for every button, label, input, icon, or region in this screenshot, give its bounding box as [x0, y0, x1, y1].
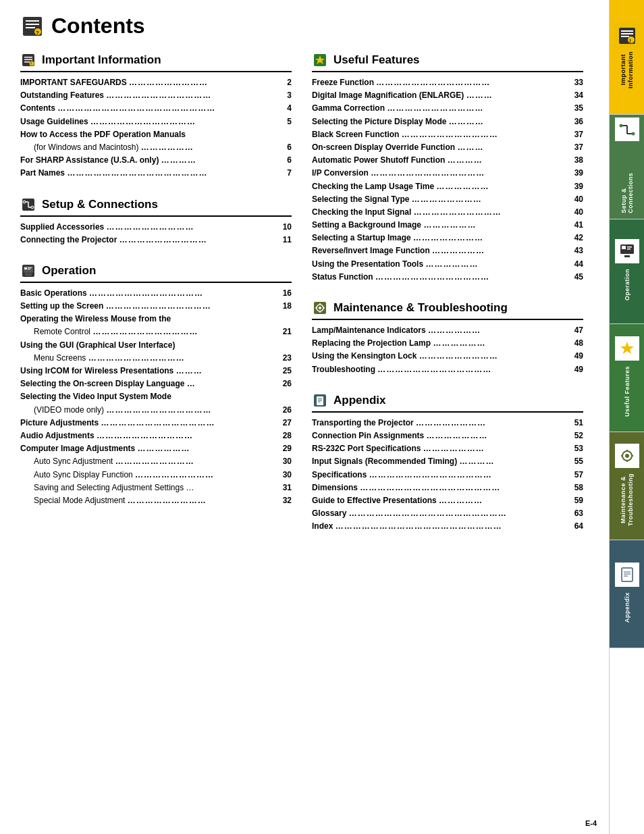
- toc-entry: Audio Adjustments …………………………… 28: [20, 429, 292, 442]
- toc-entry: Selecting the On-screen Display Language…: [20, 377, 292, 390]
- sidebar-tab-maintenance-icon: [615, 444, 639, 468]
- sidebar-tab-maintenance-label: Maintenance &Troubleshooting: [620, 473, 635, 526]
- toc-entry: Gamma Correction …………………………… 35: [312, 102, 583, 115]
- page-title: Contents: [51, 14, 145, 38]
- svg-rect-41: [621, 36, 629, 37]
- toc-entry: Basic Operations ………………………………… 16: [20, 287, 292, 300]
- section-title-maintenance: Maintenance & Troubleshooting: [333, 301, 508, 315]
- sidebar-tab-setup[interactable]: Setup & Connections: [610, 115, 644, 219]
- toc-entry: Freeze Function ………………………………… 33: [312, 76, 583, 89]
- section-header-setup: Setup & Connections: [20, 197, 292, 217]
- toc-entry: Auto Sync Display Function ……………………… 30: [20, 469, 292, 481]
- toc-entry: IMPORTANT SAFEGUARDS ……………………… 2: [20, 76, 292, 89]
- page-number: E-4: [585, 819, 597, 827]
- sidebar-tab-useful-label: Useful Features: [624, 366, 630, 417]
- toc-entry: (for Windows and Macintosh) ……………… 6: [20, 141, 292, 154]
- section-header-useful: Useful Features: [312, 52, 583, 72]
- section-important-info: ! Important Information IMPORTANT SAFEGU…: [20, 52, 292, 180]
- section-header-operation: Operation: [20, 263, 292, 283]
- important-info-icon: !: [20, 52, 36, 68]
- maintenance-icon: [312, 300, 328, 316]
- toc-entry: Selecting a Startup Image …………………… 42: [312, 232, 583, 244]
- toc-entry: Saving and Selecting Adjustment Settings…: [20, 481, 292, 494]
- two-column-layout: ! Important Information IMPORTANT SAFEGU…: [20, 52, 583, 549]
- toc-entry: Connection Pin Assignments ………………… 52: [312, 429, 583, 442]
- right-column: Useful Features Freeze Function ………………………: [312, 52, 583, 549]
- sidebar-tab-important-label: ImportantInformation: [620, 51, 635, 88]
- svg-rect-2: [26, 24, 39, 25]
- svg-rect-52: [627, 246, 632, 248]
- svg-point-42: [628, 36, 635, 43]
- toc-entry: Selecting the Picture Display Mode ………… …: [312, 115, 583, 128]
- svg-rect-22: [28, 267, 32, 268]
- toc-entry: Picture Adjustments ………………………………… 27: [20, 417, 292, 429]
- svg-marker-54: [620, 342, 634, 354]
- toc-entry: Checking the Input Signal ………………………… 40: [312, 206, 583, 219]
- toc-entry: Lamp/Maintenance Indicators ……………… 47: [312, 324, 583, 337]
- svg-text:!: !: [629, 38, 630, 43]
- toc-entry: Troubleshooting ………………………………… 49: [312, 363, 583, 376]
- toc-entry: Menu Screens …………………………… 23: [20, 352, 292, 365]
- svg-point-48: [631, 132, 635, 135]
- section-header-maintenance: Maintenance & Troubleshooting: [312, 300, 583, 320]
- toc-entry: Part Names ………………………………………… 7: [20, 167, 292, 180]
- sidebar-tab-important[interactable]: ! ImportantInformation: [610, 0, 644, 115]
- toc-entry: How to Access the PDF Operation Manuals: [20, 128, 292, 141]
- section-header-important: ! Important Information: [20, 52, 292, 72]
- toc-entry: On-screen Display Override Function ……… …: [312, 141, 583, 154]
- svg-rect-1: [26, 20, 39, 22]
- section-header-appendix: Appendix: [312, 392, 583, 413]
- svg-point-28: [319, 307, 321, 309]
- section-appendix: Appendix Transporting the Projector ……………: [312, 392, 583, 533]
- toc-entry: Automatic Power Shutoff Function ………… 38: [312, 154, 583, 167]
- svg-rect-7: [24, 57, 32, 58]
- toc-entry: For SHARP Assistance (U.S.A. only) ………… …: [20, 154, 292, 167]
- toc-entry: Outstanding Features ……………………………… 3: [20, 89, 292, 102]
- toc-entry: Usage Guidelines ……………………………… 5: [20, 115, 292, 128]
- svg-rect-20: [25, 273, 32, 276]
- svg-rect-21: [24, 267, 27, 269]
- toc-entry: Checking the Lamp Usage Time ……………… 39: [312, 180, 583, 193]
- useful-icon: [312, 52, 328, 68]
- section-useful: Useful Features Freeze Function ………………………: [312, 52, 583, 284]
- svg-rect-8: [24, 59, 32, 61]
- toc-entry: Remote Control ……………………………… 21: [20, 325, 292, 338]
- operation-icon: [20, 263, 36, 279]
- sidebar-tab-operation-icon: [615, 239, 639, 263]
- svg-rect-34: [317, 396, 323, 405]
- toc-entry: Auto Sync Adjustment ……………………… 30: [20, 455, 292, 468]
- section-title-important: Important Information: [42, 53, 161, 67]
- svg-rect-9: [24, 61, 30, 63]
- svg-point-16: [23, 201, 26, 203]
- toc-entry: Input Signals (Recommended Timing) ………… …: [312, 455, 583, 468]
- sidebar-tab-setup-icon: [615, 118, 639, 141]
- toc-entry: Special Mode Adjustment ……………………… 32: [20, 494, 292, 507]
- svg-rect-3: [26, 27, 35, 28]
- sidebar-tab-useful[interactable]: Useful Features: [610, 324, 644, 432]
- toc-entry: RS-232C Port Specifications ………………… 53: [312, 442, 583, 455]
- toc-entry: Operating the Wireless Mouse from the: [20, 313, 292, 325]
- sidebar-tab-operation[interactable]: Operation: [610, 219, 644, 324]
- setup-icon: [20, 197, 36, 213]
- svg-point-47: [619, 124, 622, 127]
- sidebar-tab-appendix[interactable]: Appendix: [610, 540, 644, 648]
- svg-text:?: ?: [36, 30, 39, 36]
- svg-rect-23: [28, 269, 30, 269]
- svg-rect-61: [622, 568, 633, 581]
- sidebar-tab-maintenance[interactable]: Maintenance &Troubleshooting: [610, 432, 644, 540]
- right-sidebar: ! ImportantInformation Setup & Connectio…: [609, 0, 644, 834]
- svg-rect-39: [621, 30, 633, 32]
- toc-entry: Digital Image Magnification (ENLARGE) ………: [312, 89, 583, 102]
- toc-entry: I/P Conversion ………………………………… 39: [312, 167, 583, 180]
- section-maintenance: Maintenance & Troubleshooting Lamp/Maint…: [312, 300, 583, 376]
- contents-icon: ?: [20, 14, 45, 38]
- toc-entry: (VIDEO mode only) ……………………………… 26: [20, 404, 292, 417]
- toc-entry: Selecting the Video Input System Mode: [20, 390, 292, 403]
- toc-entry: Computer Image Adjustments ……………… 29: [20, 442, 292, 455]
- section-title-useful: Useful Features: [333, 53, 420, 67]
- main-content: ? Contents !: [0, 0, 603, 563]
- toc-entry: Dimensions ………………………………………… 58: [312, 481, 583, 494]
- appendix-icon: [312, 392, 328, 409]
- section-title-appendix: Appendix: [333, 394, 385, 407]
- sidebar-tab-useful-icon: [615, 336, 639, 361]
